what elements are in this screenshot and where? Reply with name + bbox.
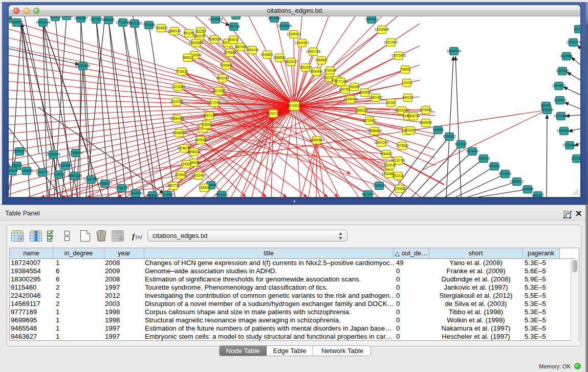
- svg-text:3267130: 3267130: [203, 114, 216, 117]
- svg-text:7955812: 7955812: [315, 58, 328, 62]
- svg-text:7663822: 7663822: [155, 26, 168, 30]
- svg-text:10025433: 10025433: [395, 108, 409, 112]
- svg-text:116753: 116753: [572, 157, 580, 160]
- svg-text:9845113: 9845113: [146, 193, 159, 197]
- svg-text:129751: 129751: [401, 81, 412, 84]
- svg-text:8186323: 8186323: [208, 37, 221, 41]
- svg-text:16911443: 16911443: [191, 173, 206, 177]
- svg-text:9063513: 9063513: [60, 16, 73, 17]
- svg-text:9794024: 9794024: [324, 69, 337, 72]
- svg-text:254616: 254616: [228, 38, 239, 41]
- svg-text:12213967: 12213967: [384, 40, 399, 44]
- svg-text:2803144: 2803144: [216, 76, 229, 80]
- svg-text:8471626: 8471626: [499, 172, 512, 176]
- svg-text:15751074: 15751074: [566, 40, 580, 44]
- svg-text:3624554: 3624554: [359, 91, 372, 94]
- svg-text:1615132: 1615132: [384, 163, 397, 167]
- svg-text:19218596: 19218596: [277, 24, 292, 28]
- svg-text:10958107: 10958107: [98, 182, 113, 185]
- svg-text:1244415: 1244415: [554, 98, 567, 102]
- svg-text:19384554: 19384554: [310, 138, 324, 142]
- svg-text:168753: 168753: [230, 16, 242, 17]
- svg-text:1588520: 1588520: [273, 56, 286, 59]
- svg-text:989012: 989012: [182, 56, 193, 59]
- svg-text:164095: 164095: [432, 128, 444, 132]
- svg-text:1610755: 1610755: [170, 100, 183, 103]
- svg-text:16782759: 16782759: [115, 186, 129, 190]
- svg-text:16543382: 16543382: [189, 41, 204, 45]
- svg-text:6679197: 6679197: [455, 142, 468, 146]
- svg-text:62160: 62160: [386, 101, 396, 104]
- svg-text:13640910: 13640910: [295, 41, 310, 45]
- svg-text:9245652: 9245652: [521, 187, 534, 191]
- svg-text:19166827: 19166827: [172, 131, 187, 135]
- svg-text:23002173: 23002173: [266, 112, 281, 115]
- svg-text:8454749: 8454749: [246, 48, 259, 52]
- svg-text:15692971: 15692971: [557, 129, 572, 133]
- svg-text:16648784: 16648784: [447, 49, 462, 53]
- svg-text:17359924: 17359924: [69, 151, 83, 155]
- svg-text:887833: 887833: [195, 138, 206, 142]
- svg-text:934923: 934923: [405, 128, 416, 132]
- svg-text:6466160: 6466160: [102, 18, 115, 21]
- svg-text:7986322: 7986322: [355, 108, 368, 112]
- svg-text:8322037: 8322037: [285, 60, 298, 63]
- svg-text:2935114: 2935114: [477, 157, 490, 160]
- svg-text:946152: 946152: [402, 96, 413, 99]
- svg-text:9857791: 9857791: [167, 184, 180, 187]
- svg-text:8938923: 8938923: [443, 135, 456, 138]
- svg-text:9146821: 9146821: [261, 53, 274, 56]
- svg-text:10688609: 10688609: [367, 129, 382, 133]
- svg-text:53594: 53594: [202, 123, 211, 126]
- svg-text:10154808: 10154808: [375, 28, 389, 31]
- svg-text:10975857: 10975857: [58, 164, 73, 167]
- svg-text:12213369: 12213369: [171, 85, 186, 89]
- svg-text:1733426: 1733426: [394, 187, 406, 190]
- svg-text:853571: 853571: [50, 16, 61, 18]
- svg-text:891295: 891295: [183, 31, 194, 35]
- svg-text:3875685: 3875685: [224, 51, 236, 54]
- svg-text:8813054: 8813054: [268, 16, 281, 20]
- svg-text:17957255: 17957255: [84, 178, 99, 181]
- svg-text:10961758: 10961758: [306, 50, 321, 53]
- svg-text:f: f: [132, 232, 136, 240]
- svg-text:9115460: 9115460: [420, 108, 432, 112]
- svg-text:(x): (x): [136, 233, 142, 240]
- svg-text:9084067: 9084067: [380, 152, 393, 156]
- svg-text:18724007: 18724007: [287, 104, 302, 107]
- svg-text:9274563: 9274563: [161, 193, 174, 196]
- svg-text:9396754: 9396754: [407, 114, 420, 118]
- svg-text:1562615: 1562615: [299, 65, 312, 69]
- svg-text:7357224: 7357224: [228, 25, 241, 28]
- svg-text:1405572: 1405572: [11, 20, 24, 24]
- svg-text:21364436: 21364436: [343, 97, 358, 101]
- svg-text:417004: 417004: [209, 101, 220, 104]
- svg-text:17016504: 17016504: [562, 143, 577, 147]
- svg-text:10033809: 10033809: [208, 17, 223, 21]
- svg-text:939154: 939154: [9, 169, 18, 172]
- svg-text:18307249: 18307249: [374, 141, 389, 144]
- svg-text:1975692: 1975692: [396, 144, 409, 147]
- svg-text:8427552: 8427552: [213, 89, 226, 93]
- svg-text:8990448: 8990448: [310, 70, 323, 73]
- svg-text:114519: 114519: [54, 172, 64, 176]
- svg-text:10653287: 10653287: [74, 16, 89, 20]
- svg-text:14136141: 14136141: [372, 184, 387, 187]
- svg-text:748500: 748500: [400, 68, 411, 71]
- svg-text:12323446: 12323446: [128, 191, 143, 195]
- svg-text:12325419: 12325419: [287, 32, 301, 36]
- svg-text:21053346: 21053346: [76, 64, 91, 68]
- svg-text:9815440: 9815440: [215, 193, 228, 196]
- svg-text:2718126: 2718126: [176, 70, 188, 73]
- svg-text:9329966: 9329966: [560, 54, 573, 58]
- svg-text:982275: 982275: [194, 34, 205, 38]
- svg-text:160906: 160906: [9, 17, 13, 20]
- svg-text:3498222: 3498222: [188, 150, 201, 154]
- svg-text:9227349: 9227349: [556, 69, 569, 73]
- svg-text:7515546: 7515546: [143, 23, 156, 27]
- svg-text:746266: 746266: [349, 85, 360, 89]
- svg-text:2867608: 2867608: [234, 45, 247, 49]
- svg-text:9463627: 9463627: [532, 193, 545, 197]
- svg-text:10654112: 10654112: [510, 180, 524, 183]
- svg-text:10973493: 10973493: [391, 54, 406, 57]
